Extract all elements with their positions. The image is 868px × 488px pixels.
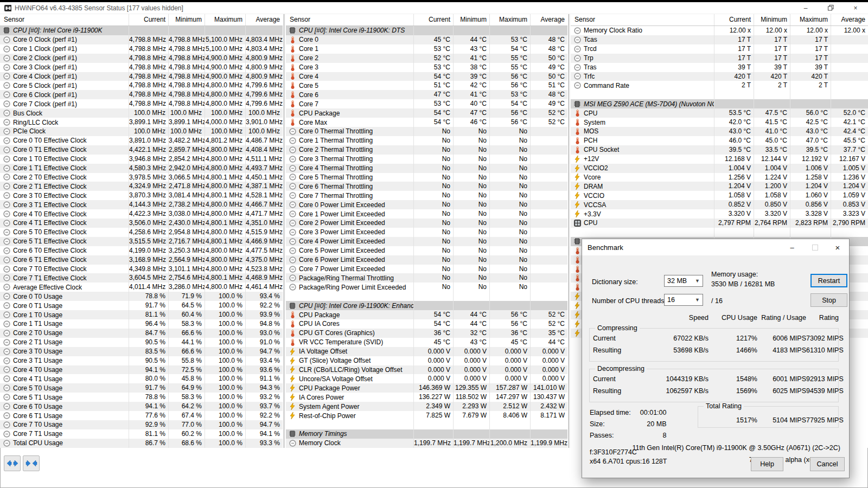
sensor-row[interactable]: Trcd17 T17 T17 T [571, 44, 868, 54]
minimize-button[interactable]: – [793, 2, 818, 14]
sensor-row[interactable]: Core 3 T1 Effective Clock4,144.3 MHz2,73… [0, 200, 283, 209]
sensor-row[interactable]: Tcas17 T17 T17 T [571, 35, 868, 44]
sensor-row[interactable]: Ring/LLC Clock3,899.1 MHz3,899.1 MHz4,00… [0, 118, 283, 127]
sensor-row[interactable]: +3.3V3.320 V3.320 V3.328 V3.323 V [571, 209, 868, 219]
sensor-row[interactable]: Core 5 Clock (perf #1)4,798.8 MHz4,798.8… [0, 81, 283, 90]
sensor-group-header[interactable]: CPU [#0]: Intel Core i9-11900K: Enhanced [286, 301, 567, 310]
sensor-row[interactable]: Core 3 T1 Usage90.5 %55.8 %100.0 %93.4 % [0, 356, 283, 365]
sensor-row[interactable]: Core 4 Power Limit ExceededNoNoNo [286, 237, 567, 246]
sensor-row[interactable]: Core 5 T1 Usage78.8 %58.3 %100.0 %93.2 % [0, 393, 283, 402]
sensor-row[interactable]: Core 252 °C41 °C55 °C50 °C [286, 54, 567, 63]
sensor-row[interactable]: Total CPU Usage86.7 %68.6 %100.0 %93.3 % [0, 439, 283, 448]
sensor-row[interactable]: Core 3 T0 Usage83.5 %66.6 %100.0 %94.7 % [0, 347, 283, 356]
restore-button[interactable] [818, 2, 843, 14]
sensor-row[interactable]: Core 3 T0 Effective Clock3,870.3 MHz3,08… [0, 191, 283, 200]
header-current[interactable]: Current [129, 14, 168, 25]
sensor-row[interactable]: CPU Package54 °C44 °C56 °C52 °C [286, 310, 567, 319]
sensor-row[interactable]: Core 0 T1 Usage91.7 %64.5 %100.0 %92.2 % [0, 301, 283, 310]
sensor-row[interactable]: Core 0 Clock (perf #1)4,798.8 MHz4,798.8… [0, 35, 283, 44]
sensor-row[interactable]: Core 5 T1 Effective Clock3,515.5 MHz2,71… [0, 237, 283, 246]
header-average[interactable]: Average [245, 14, 283, 25]
sensor-row[interactable]: Memory Clock Ratio12.00 x12.00 x12.00 x1… [571, 26, 868, 35]
header-maximum[interactable]: Maximum [489, 14, 530, 25]
header-average[interactable]: Average [831, 14, 868, 25]
sensor-row[interactable]: Core 7 T1 Usage81.1 %60.2 %100.0 %94.1 % [0, 429, 283, 439]
sensor-row[interactable]: Core 7 Thermal ThrottlingNoNoNo [286, 191, 567, 200]
benchmark-title-bar[interactable]: Benchmark – × [582, 239, 849, 255]
header-current[interactable]: Current [413, 14, 453, 25]
sensor-row[interactable]: Core 2 Thermal ThrottlingNoNoNo [286, 145, 567, 155]
cancel-button[interactable]: Cancel [810, 457, 845, 471]
sensor-row[interactable]: PCIe Clock100.0 MHz100.0 MHz100.0 MHz100… [0, 127, 283, 136]
sensor-row[interactable]: Core 0 Thermal ThrottlingNoNoNo [286, 127, 567, 136]
close-button[interactable]: × [843, 2, 868, 14]
sensor-row[interactable]: Tras39 T39 T39 T [571, 63, 868, 72]
header-current[interactable]: Current [714, 14, 754, 25]
dictionary-size-select[interactable]: 32 MB ▼ [664, 275, 703, 287]
sensor-row[interactable]: Core 5 T0 Effective Clock4,258.6 MHz2,95… [0, 228, 283, 237]
header-minimum[interactable]: Minimum [754, 14, 790, 25]
sensor-row[interactable]: Core 4 Clock (perf #1)4,798.8 MHz4,798.8… [0, 72, 283, 81]
sensor-row[interactable]: Rest-of-Chip Power7.825 W7.679 W8.406 W8… [286, 411, 567, 420]
sensor-row[interactable]: Command Rate2 T2 T2 T [571, 81, 868, 90]
sensor-row[interactable]: Core 0 T1 Effective Clock4,422.1 MHz2,85… [0, 145, 283, 155]
sensor-row[interactable]: Core 7 T0 Effective Clock4,349.8 MHz3,10… [0, 265, 283, 274]
sensor-row[interactable]: Core 1 T0 Usage81.1 %60.4 %100.0 %93.9 % [0, 310, 283, 319]
sensor-row[interactable]: Core 2 T0 Usage84.7 %66.6 %100.0 %93.0 % [0, 329, 283, 338]
sensor-row[interactable]: CPU2,797 RPM2,764 RPM2,823 RPM2,790 RPM [571, 219, 868, 228]
help-button[interactable]: Help [751, 457, 783, 471]
sensor-row[interactable]: Core 7 Power Limit ExceededNoNoNo [286, 265, 567, 274]
sensor-row[interactable]: Core 5 Thermal ThrottlingNoNoNo [286, 173, 567, 182]
sensor-row[interactable]: Core 1 Power Limit ExceededNoNoNo [286, 209, 567, 219]
sensor-row[interactable]: Core 4 T0 Usage94.1 %72.5 %100.0 %93.6 % [0, 365, 283, 375]
sensor-row[interactable]: MOS43.0 °C41.0 °C43.0 °C42.4 °C [571, 127, 868, 136]
header-maximum[interactable]: Maximum [790, 14, 831, 25]
sensor-row[interactable]: Core 1 T1 Effective Clock4,580.3 MHz2,94… [0, 164, 283, 173]
sensor-row[interactable]: Core 153 °C43 °C54 °C48 °C [286, 44, 567, 54]
stop-button[interactable]: Stop [810, 293, 847, 307]
sensor-row[interactable]: Core 7 Clock (perf #1)4,798.8 MHz4,798.8… [0, 99, 283, 108]
sensor-row[interactable]: GT (Slice) Voltage Offset0.000 V0.000 V0… [286, 356, 567, 365]
sensor-row[interactable]: +12V12.168 V12.144 V12.192 V12.167 V [571, 155, 868, 164]
header-maximum[interactable]: Maximum [205, 14, 245, 25]
sensor-row[interactable]: IA Voltage Offset0.000 V0.000 V0.000 V0.… [286, 347, 567, 356]
sensor-row[interactable]: CPU53.5 °C47.5 °C56.0 °C52.0 °C [571, 108, 868, 118]
sensor-row[interactable]: Core 4 T0 Effective Clock4,422.3 MHz3,03… [0, 209, 283, 219]
benchmark-minimize-button[interactable]: – [781, 239, 803, 255]
sensor-row[interactable]: Core 1 T0 Effective Clock3,946.8 MHz2,85… [0, 155, 283, 164]
cpu-threads-select[interactable]: 16 ▼ [664, 294, 703, 306]
sensor-row[interactable]: System Agent Power2.349 W2.293 W2.512 W2… [286, 402, 567, 411]
header-minimum[interactable]: Minimum [453, 14, 489, 25]
sensor-row[interactable]: Core 454 °C39 °C56 °C50 °C [286, 72, 567, 81]
sensor-row[interactable]: CPU Socket39.5 °C33.5 °C39.5 °C37.7 °C [571, 145, 868, 155]
header-average[interactable]: Average [530, 14, 567, 25]
sensor-row[interactable]: Core 6 Clock (perf #1)4,798.8 MHz4,798.8… [0, 90, 283, 99]
sensor-row[interactable]: Core 353 °C38 °C55 °C49 °C [286, 63, 567, 72]
sensor-row[interactable]: Core 2 Power Limit ExceededNoNoNo [286, 219, 567, 228]
sensor-row[interactable]: Core 4 Thermal ThrottlingNoNoNo [286, 164, 567, 173]
benchmark-close-button[interactable]: × [826, 239, 849, 255]
restart-button[interactable]: Restart [810, 274, 847, 287]
sensor-row[interactable]: Core Max54 °C46 °C56 °C52 °C [286, 118, 567, 127]
sensor-row[interactable]: Core 6 Power Limit ExceededNoNoNo [286, 255, 567, 265]
title-bar[interactable]: HWiNFO64 v6.43-4385 Sensor Status [177 v… [0, 2, 868, 14]
expand-columns-button[interactable] [4, 455, 21, 471]
sensor-row[interactable]: Core 6 T0 Effective Clock4,199.0 MHz3,25… [0, 246, 283, 255]
header-sensor[interactable]: Sensor [286, 14, 413, 25]
sensor-group-header[interactable]: CPU [#0]: Intel Core i9-11900K: DTS [286, 26, 567, 35]
sensor-row[interactable]: Core 3 Thermal ThrottlingNoNoNo [286, 155, 567, 164]
header-sensor[interactable]: Sensor [571, 14, 714, 25]
sensor-row[interactable]: CPU Package Power146.369 W129.355 W157.2… [286, 383, 567, 393]
sensor-row[interactable]: Core 0 Power Limit ExceededNoNoNo [286, 200, 567, 209]
header-minimum[interactable]: Minimum [168, 14, 205, 25]
sensor-row[interactable]: Core 3 Power Limit ExceededNoNoNo [286, 228, 567, 237]
sensor-group-header[interactable]: Memory Timings [286, 429, 567, 439]
sensor-row[interactable]: Uncore/SA Voltage Offset0.000 V0.000 V0.… [286, 374, 567, 383]
sensor-row[interactable]: Core 1 Thermal ThrottlingNoNoNo [286, 136, 567, 145]
sensor-row[interactable]: Core 5 T0 Usage91.7 %64.9 %100.0 %94.3 % [0, 383, 283, 393]
sensor-row[interactable]: Trp17 T17 T17 T [571, 54, 868, 63]
sensor-row[interactable]: VR VCC Temperature (SVID)45 °C43 °C45 °C… [286, 338, 567, 347]
sensor-row[interactable]: PCH46.0 °C45.0 °C47.0 °C45.5 °C [571, 136, 868, 145]
sensor-row[interactable]: Core 0 T0 Usage78.8 %71.9 %100.0 %93.4 % [0, 292, 283, 301]
sensor-row[interactable]: VCCSA0.852 V0.850 V0.856 V0.853 V [571, 200, 868, 209]
